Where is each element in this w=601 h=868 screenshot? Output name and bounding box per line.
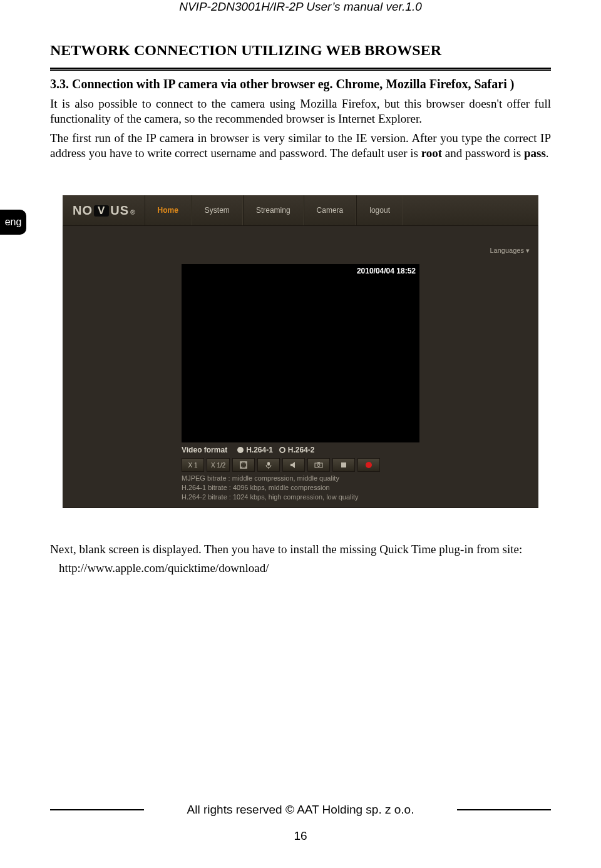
footer-bar-right xyxy=(457,809,551,810)
section-rule xyxy=(50,68,551,71)
language-tab: eng xyxy=(0,210,26,235)
snapshot-button[interactable] xyxy=(307,458,330,472)
section-title: NETWORK CONNECTION UTILIZING WEB BROWSER xyxy=(50,42,551,59)
info-line-1: MJPEG bitrate : middle compression, midd… xyxy=(182,474,359,483)
default-pass: pass xyxy=(524,146,546,160)
mic-button[interactable] xyxy=(257,458,280,472)
footer-rule: All rights reserved © AAT Holding sp. z … xyxy=(50,803,551,817)
topbar: NOVUS® Home System Streaming Camera logo… xyxy=(63,195,538,226)
record-button[interactable] xyxy=(357,458,380,472)
para2-mid: and password is xyxy=(442,146,524,160)
svg-point-4 xyxy=(317,464,320,467)
bitrate-info: MJPEG bitrate : middle compression, midd… xyxy=(182,474,359,502)
radio-h264-1[interactable]: H.264-1 xyxy=(237,446,273,454)
svg-marker-2 xyxy=(290,462,295,468)
logo-left: NO xyxy=(73,203,93,218)
info-line-3: H.264-2 bitrate : 1024 kbps, high compre… xyxy=(182,493,359,502)
page-number: 16 xyxy=(50,829,551,843)
radio-h264-2-label: H.264-2 xyxy=(288,446,315,454)
zoom-x1-button[interactable]: X 1 xyxy=(182,458,204,472)
zoom-x12-button[interactable]: X 1/2 xyxy=(207,458,230,472)
quicktime-url: http://www.apple.com/quicktime/download/ xyxy=(59,561,551,575)
footer-bar-left xyxy=(50,809,144,810)
logo-mid: V xyxy=(94,205,109,217)
languages-dropdown[interactable]: Languages ▾ xyxy=(490,247,530,255)
default-user: root xyxy=(421,146,442,160)
video-viewer: 2010/04/04 18:52 xyxy=(182,264,419,442)
nav-home[interactable]: Home xyxy=(145,195,192,225)
footer-rights: All rights reserved © AAT Holding sp. z … xyxy=(150,803,451,817)
video-timestamp: 2010/04/04 18:52 xyxy=(357,267,416,275)
svg-rect-5 xyxy=(317,462,320,464)
radio-h264-1-label: H.264-1 xyxy=(246,446,273,454)
nav-camera[interactable]: Camera xyxy=(304,195,357,225)
novus-logo: NOVUS® xyxy=(63,203,136,218)
after-line1: Next, blank screen is displayed. Then yo… xyxy=(50,543,551,556)
stop-icon xyxy=(341,462,346,467)
speaker-button[interactable] xyxy=(282,458,305,472)
video-format-label: Video format xyxy=(182,446,227,454)
running-header: NVIP-2DN3001H/IR-2P User’s manual ver.1.… xyxy=(0,0,601,14)
camera-ui-screenshot: NOVUS® Home System Streaming Camera logo… xyxy=(63,195,538,508)
fullscreen-button[interactable] xyxy=(232,458,255,472)
nav-streaming[interactable]: Streaming xyxy=(243,195,304,225)
control-row: X 1 X 1/2 xyxy=(182,458,380,472)
radio-h264-2[interactable]: H.264-2 xyxy=(279,446,315,454)
nav-tabs: Home System Streaming Camera logout xyxy=(145,195,403,225)
nav-logout[interactable]: logout xyxy=(356,195,403,225)
svg-rect-1 xyxy=(267,462,270,466)
logo-right: US xyxy=(110,203,129,218)
logo-reg: ® xyxy=(130,209,135,216)
para2-post: . xyxy=(546,146,549,160)
video-format-row: Video format H.264-1 H.264-2 xyxy=(182,446,315,454)
subsection-heading: 3.3. Connection with IP camera via other… xyxy=(50,77,551,91)
stop-button[interactable] xyxy=(332,458,355,472)
paragraph-2: The first run of the IP camera in browse… xyxy=(50,131,551,161)
paragraph-1: It is also possible to connect to the ca… xyxy=(50,96,551,127)
info-line-2: H.264-1 bitrate : 4096 kbps, middle comp… xyxy=(182,483,359,493)
nav-system[interactable]: System xyxy=(192,195,243,225)
